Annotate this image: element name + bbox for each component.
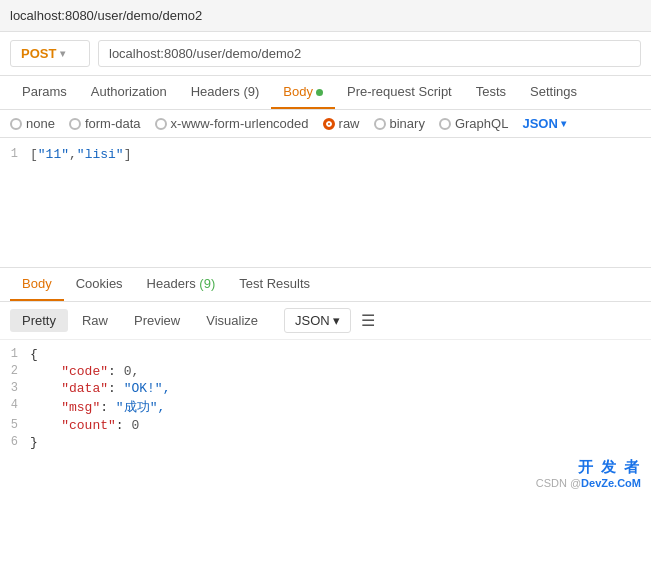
body-type-raw[interactable]: raw [323,116,360,131]
urlencoded-label: x-www-form-urlencoded [171,116,309,131]
response-tab-test-results[interactable]: Test Results [227,268,322,301]
resp-content-6: } [30,435,38,450]
graphql-label: GraphQL [455,116,508,131]
tab-tests[interactable]: Tests [464,76,518,109]
response-tabs: Body Cookies Headers (9) Test Results [0,268,651,302]
line-num-1: 1 [0,147,30,161]
resp-line-num-3: 3 [0,381,30,395]
tab-params[interactable]: Params [10,76,79,109]
request-tabs: Params Authorization Headers (9) Body Pr… [0,76,651,110]
body-type-binary[interactable]: binary [374,116,425,131]
editor-content-1: ["11","lisi"] [30,147,131,162]
body-type-row: none form-data x-www-form-urlencoded raw… [0,110,651,138]
binary-radio [374,118,386,130]
resp-content-2: "code": 0, [30,364,139,379]
filter-icon[interactable]: ☰ [361,311,375,330]
response-body: 1 { 2 "code": 0, 3 "data": "OK!", 4 "msg… [0,340,651,457]
resp-line-num-4: 4 [0,398,30,412]
body-type-none[interactable]: none [10,116,55,131]
response-line-1: 1 { [0,346,651,363]
code-editor[interactable]: 1 ["11","lisi"] [0,138,651,268]
response-tab-headers[interactable]: Headers (9) [135,268,228,301]
response-tab-cookies[interactable]: Cookies [64,268,135,301]
response-line-2: 2 "code": 0, [0,363,651,380]
tab-headers[interactable]: Headers (9) [179,76,272,109]
view-raw-button[interactable]: Raw [70,309,120,332]
body-type-urlencoded[interactable]: x-www-form-urlencoded [155,116,309,131]
json-format-select[interactable]: JSON ▾ [522,116,565,131]
tab-body[interactable]: Body [271,76,335,109]
headers-count: (9) [243,84,259,99]
url-bar-text: localhost:8080/user/demo/demo2 [10,8,202,23]
response-line-6: 6 } [0,434,651,451]
request-row: POST ▾ [0,32,651,76]
method-label: POST [21,46,56,61]
resp-line-num-6: 6 [0,435,30,449]
response-line-3: 3 "data": "OK!", [0,380,651,397]
response-format-select[interactable]: JSON ▾ [284,308,351,333]
raw-radio [323,118,335,130]
form-data-label: form-data [85,116,141,131]
editor-line-1: 1 ["11","lisi"] [0,146,651,163]
tab-pre-request[interactable]: Pre-request Script [335,76,464,109]
response-line-5: 5 "count": 0 [0,417,651,434]
resp-content-3: "data": "OK!", [30,381,170,396]
response-format-label: JSON [295,313,330,328]
tab-settings[interactable]: Settings [518,76,589,109]
json-format-label: JSON [522,116,557,131]
response-format-chevron-icon: ▾ [333,313,340,328]
view-pretty-button[interactable]: Pretty [10,309,68,332]
resp-content-1: { [30,347,38,362]
view-visualize-button[interactable]: Visualize [194,309,270,332]
response-tab-body[interactable]: Body [10,268,64,301]
resp-content-5: "count": 0 [30,418,139,433]
raw-label: raw [339,116,360,131]
graphql-radio [439,118,451,130]
none-label: none [26,116,55,131]
binary-label: binary [390,116,425,131]
body-type-form-data[interactable]: form-data [69,116,141,131]
url-bar: localhost:8080/user/demo/demo2 [0,0,651,32]
watermark: 开 发 者 CSDN @DevZe.CoM [536,458,641,489]
view-preview-button[interactable]: Preview [122,309,192,332]
watermark-devze: DevZe.CoM [581,477,641,489]
watermark-kaifa: 开 发 者 [536,458,641,477]
method-select[interactable]: POST ▾ [10,40,90,67]
watermark-csdn: CSDN @DevZe.CoM [536,477,641,489]
resp-line-num-5: 5 [0,418,30,432]
main-container: localhost:8080/user/demo/demo2 POST ▾ Pa… [0,0,651,493]
form-data-radio [69,118,81,130]
resp-content-4: "msg": "成功", [30,398,165,416]
json-format-chevron-icon: ▾ [561,118,566,129]
url-input[interactable] [98,40,641,67]
method-chevron-icon: ▾ [60,48,65,59]
response-view-row: Pretty Raw Preview Visualize JSON ▾ ☰ [0,302,651,340]
response-headers-count: (9) [199,276,215,291]
body-dot [316,89,323,96]
watermark-area: 开 发 者 CSDN @DevZe.CoM [0,457,651,493]
response-line-4: 4 "msg": "成功", [0,397,651,417]
body-type-graphql[interactable]: GraphQL [439,116,508,131]
none-radio [10,118,22,130]
resp-line-num-1: 1 [0,347,30,361]
tab-authorization[interactable]: Authorization [79,76,179,109]
urlencoded-radio [155,118,167,130]
resp-line-num-2: 2 [0,364,30,378]
